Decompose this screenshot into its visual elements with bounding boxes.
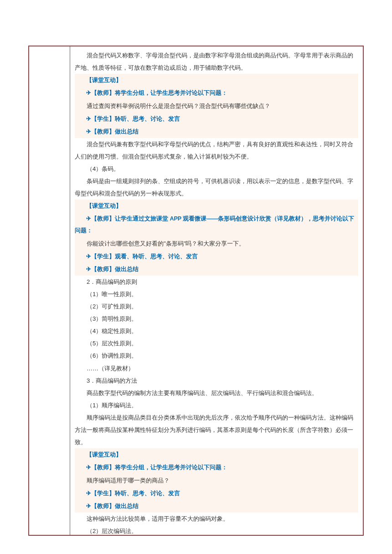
list-item: （5）层次性原则。	[75, 337, 358, 349]
list-item: （2）层次编码法。	[75, 525, 358, 535]
list-item: （2）可扩性原则。	[75, 300, 358, 313]
teacher-instruction: ✈【教师】让学生通过文旅课堂 APP 观看微课——条形码创意设计欣赏（详见教材）…	[75, 212, 358, 237]
section-heading: 3．商品编码的方法	[75, 374, 358, 387]
teacher-text-line1: ✈【教师】让学生通过文旅课堂 APP 观看微课——条形码创意设计欣赏（详见教材）…	[75, 213, 354, 225]
right-column: 混合型代码又称数字、字母混合型代码，是由数字和字母混合组成的商品代码。字母常用于…	[70, 46, 363, 535]
list-item: （1）唯一性原则。	[75, 288, 358, 300]
list-item: （1）顺序编码法。	[75, 399, 358, 411]
teacher-summary: ✈【教师】做出总结	[75, 125, 358, 138]
paragraph: 商品数字型代码的编制方法主要有顺序编码法、层次编码法、平行编码法和混合编码法。	[75, 387, 358, 399]
left-column	[29, 46, 70, 535]
teacher-text-line2: 问题：	[75, 227, 93, 234]
paragraph: 混合型代码兼有数字型代码和字母型代码的优点，结构严密，具有良好的直观性和表达性，…	[75, 138, 358, 163]
teacher-summary: ✈【教师】做出总结	[75, 500, 358, 513]
teacher-summary: ✈【教师】做出总结	[75, 263, 358, 276]
teacher-instruction: ✈【教师】将学生分组，让学生思考并讨论以下问题：	[75, 87, 358, 99]
paragraph: ……（详见教材）	[75, 362, 358, 374]
paragraph: 这种编码方法比较简单，适用于容量不大的编码对象。	[75, 513, 358, 525]
paragraph: 条码是由一组规则排列的条、空组成的符号，可供机器识读，用以表示一定的信息，是数字…	[75, 175, 358, 200]
list-item: （4）稳定性原则。	[75, 325, 358, 337]
table-wrapper: 混合型代码又称数字、字母混合型代码，是由数字和字母混合组成的商品代码。字母常用于…	[28, 46, 364, 536]
paragraph: 混合型代码又称数字、字母混合型代码，是由数字和字母混合组成的商品代码。字母常用于…	[75, 49, 358, 74]
student-action: ✈【学生】聆听、思考、讨论、发言	[75, 487, 358, 500]
interaction-question: 你能设计出哪些创意又好看的"条形码"吗？和大家分享一下。	[75, 237, 358, 250]
page-container: 混合型代码又称数字、字母混合型代码，是由数字和字母混合组成的商品代码。字母常用于…	[0, 0, 392, 554]
interaction-header: 【课堂互动】	[75, 448, 358, 461]
interaction-header: 【课堂互动】	[75, 74, 358, 87]
paragraph: 顺序编码法是按商品类目在分类体系中出现的先后次序，依次给予顺序代码的一种编码方法…	[75, 411, 358, 448]
interaction-header: 【课堂互动】	[75, 200, 358, 212]
section-heading: 2．商品编码的原则	[75, 276, 358, 288]
list-item: （3）简明性原则。	[75, 313, 358, 325]
content-block: 混合型代码又称数字、字母混合型代码，是由数字和字母混合组成的商品代码。字母常用于…	[75, 49, 358, 535]
list-item: （6）协调性原则。	[75, 349, 358, 362]
teacher-instruction: ✈【教师】将学生分组，让学生思考并讨论以下问题：	[75, 461, 358, 474]
student-action: ✈【学生】观看、聆听、思考、讨论、发言	[75, 250, 358, 263]
student-action: ✈【学生】聆听、思考、讨论、发言	[75, 113, 358, 125]
paragraph: （4）条码。	[75, 163, 358, 175]
interaction-question: 顺序编码适用于哪一类的商品？	[75, 474, 358, 487]
interaction-question: 通过查阅资料举例说明什么是混合型代码？混合型代码有哪些优缺点？	[75, 99, 358, 113]
